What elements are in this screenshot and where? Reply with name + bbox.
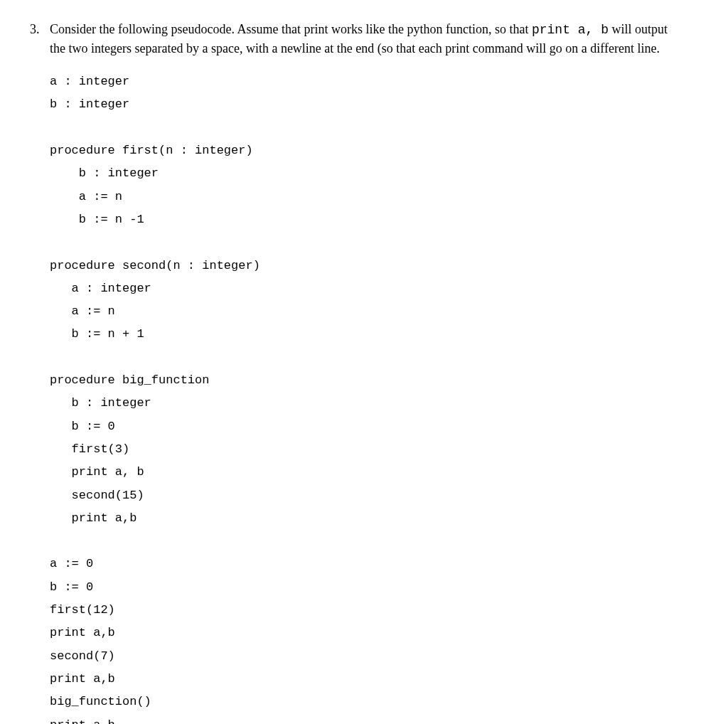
question-block: 3. Consider the following pseudocode. As… xyxy=(50,20,678,724)
question-intro: Consider the following pseudocode. Assum… xyxy=(50,20,678,58)
page: 3. Consider the following pseudocode. As… xyxy=(0,0,728,724)
intro-code-1: print a, b xyxy=(532,23,609,37)
code-block: a : integer b : integer procedure first(… xyxy=(50,70,678,724)
question-number: 3. xyxy=(30,20,40,38)
intro-text-1: Consider the following pseudocode. Assum… xyxy=(50,22,532,36)
